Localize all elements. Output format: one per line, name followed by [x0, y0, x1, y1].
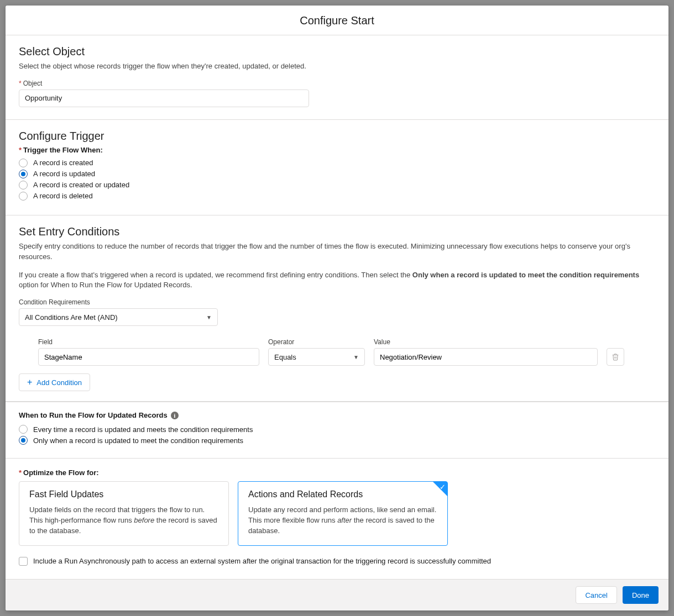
radio-label: A record is created	[33, 159, 93, 167]
cond-operator-label: Operator	[268, 338, 365, 346]
radio-icon	[19, 159, 28, 167]
cond-operator-value: Equals	[274, 353, 296, 361]
async-checkbox-row[interactable]: Include a Run Asynchronously path to acc…	[19, 557, 655, 566]
delete-condition-button[interactable]	[607, 348, 624, 366]
optimize-card-desc: Update fields on the record that trigger…	[29, 505, 218, 536]
text-fragment-italic: after	[337, 516, 352, 524]
radio-label: A record is created or updated	[33, 181, 129, 189]
radio-icon	[19, 436, 28, 445]
trigger-option-updated[interactable]: A record is updated	[19, 170, 655, 178]
entry-conditions-section: Set Entry Conditions Specify entry condi…	[6, 215, 668, 402]
optimize-card-actions[interactable]: ✓ Actions and Related Records Update any…	[238, 481, 448, 546]
radio-icon	[19, 181, 28, 189]
configure-trigger-section: Configure Trigger Trigger the Flow When:…	[6, 120, 668, 215]
info-icon[interactable]: i	[171, 412, 179, 419]
optimize-card-fast[interactable]: Fast Field Updates Update fields on the …	[19, 481, 229, 546]
add-condition-button[interactable]: + Add Condition	[19, 373, 90, 391]
trigger-option-created-or-updated[interactable]: A record is created or updated	[19, 181, 655, 189]
modal-title: Configure Start	[6, 6, 668, 35]
when-option-every[interactable]: Every time a record is updated and meets…	[19, 425, 655, 434]
entry-conditions-title: Set Entry Conditions	[19, 225, 655, 238]
radio-label: A record is updated	[33, 170, 95, 178]
cond-value-input[interactable]	[374, 348, 598, 366]
radio-icon	[19, 425, 28, 434]
text-fragment-bold: Only when a record is updated to meet th…	[412, 271, 639, 279]
object-input[interactable]	[19, 89, 309, 107]
trigger-option-deleted[interactable]: A record is deleted	[19, 192, 655, 201]
plus-icon: +	[27, 378, 32, 387]
radio-label: Only when a record is updated to meet th…	[33, 436, 243, 445]
optimize-card-desc: Update any record and perform actions, l…	[248, 505, 437, 536]
async-label: Include a Run Asynchronously path to acc…	[33, 557, 491, 565]
when-to-run-title: When to Run the Flow for Updated Records	[19, 411, 168, 419]
cond-req-value: All Conditions Are Met (AND)	[25, 313, 118, 322]
select-object-title: Select Object	[19, 45, 655, 58]
modal-footer: Cancel Done	[6, 579, 668, 610]
optimize-section: Optimize the Flow for: Fast Field Update…	[6, 458, 668, 578]
text-fragment: If you create a flow that's triggered wh…	[19, 271, 412, 279]
text-fragment: option for When to Run the Flow for Upda…	[19, 281, 192, 289]
cond-field-input[interactable]	[38, 348, 259, 366]
radio-icon	[19, 192, 28, 201]
object-label: Object	[19, 80, 655, 87]
text-fragment-italic: before	[134, 516, 154, 524]
when-option-only[interactable]: Only when a record is updated to meet th…	[19, 436, 655, 445]
condition-row: Field Operator Equals ▼ Value	[19, 338, 655, 366]
radio-label: A record is deleted	[33, 192, 93, 200]
radio-icon	[19, 170, 28, 178]
cond-operator-combobox[interactable]: Equals ▼	[268, 348, 365, 366]
checkbox-icon	[19, 557, 28, 566]
cond-field-label: Field	[38, 338, 259, 346]
entry-conditions-help1: Specify entry conditions to reduce the n…	[19, 241, 655, 262]
done-button[interactable]: Done	[623, 586, 659, 604]
trigger-label: Trigger the Flow When:	[19, 146, 655, 154]
cond-req-label: Condition Requirements	[19, 298, 655, 306]
when-to-run-section: When to Run the Flow for Updated Records…	[6, 402, 668, 458]
configure-start-modal: Configure Start Select Object Select the…	[6, 6, 668, 610]
optimize-title: Optimize the Flow for:	[19, 468, 655, 477]
select-object-help: Select the object whose records trigger …	[19, 61, 655, 72]
trash-icon	[612, 353, 619, 361]
cond-value-label: Value	[374, 338, 598, 346]
chevron-down-icon: ▼	[353, 354, 359, 360]
select-object-section: Select Object Select the object whose re…	[6, 35, 668, 120]
cond-req-combobox[interactable]: All Conditions Are Met (AND) ▼	[19, 308, 218, 326]
optimize-card-title: Fast Field Updates	[29, 489, 218, 499]
modal-body: Select Object Select the object whose re…	[6, 35, 668, 579]
chevron-down-icon: ▼	[206, 314, 212, 320]
cancel-button[interactable]: Cancel	[576, 586, 616, 604]
configure-trigger-title: Configure Trigger	[19, 130, 655, 143]
add-condition-label: Add Condition	[36, 378, 82, 387]
check-icon: ✓	[440, 483, 446, 491]
entry-conditions-help2: If you create a flow that's triggered wh…	[19, 270, 655, 291]
optimize-card-title: Actions and Related Records	[248, 489, 437, 499]
radio-label: Every time a record is updated and meets…	[33, 425, 253, 434]
trigger-radio-group: A record is created A record is updated …	[19, 159, 655, 201]
trigger-option-created[interactable]: A record is created	[19, 159, 655, 167]
